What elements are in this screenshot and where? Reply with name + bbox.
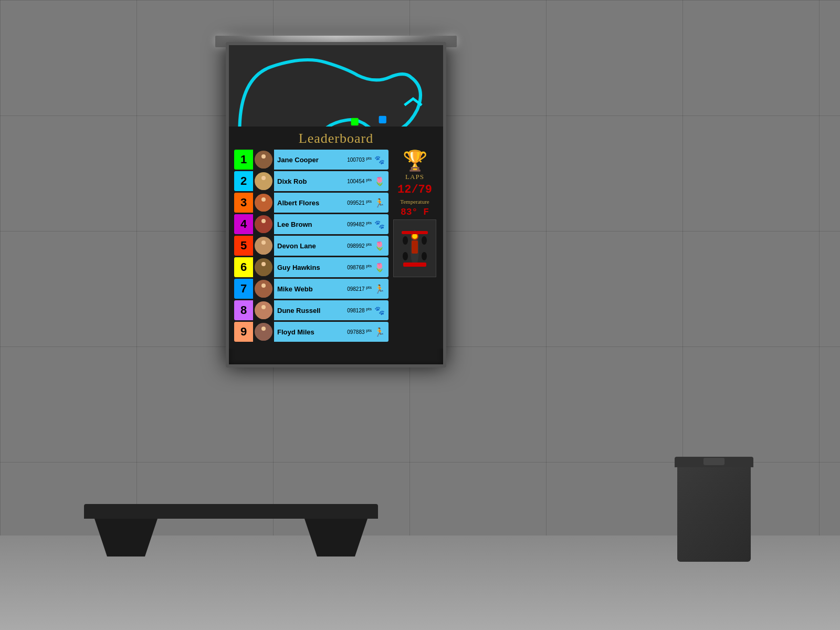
leaderboard-section: Leaderboard 1 Jane Cooper 100703 pts 🐾 2 <box>229 127 443 349</box>
driver-row-6: 6 Guy Hawkins 098768 pts 🌷 <box>234 257 388 277</box>
bench-leg-left <box>94 519 158 556</box>
svg-point-13 <box>261 176 266 180</box>
laps-label: LAPS <box>405 173 424 181</box>
driver-icon-1: 🐾 <box>374 155 385 165</box>
svg-point-41 <box>261 327 266 331</box>
driver-name-4: Lee Brown <box>277 220 347 228</box>
driver-info-4: Lee Brown 099482 pts 🐾 <box>274 214 388 234</box>
driver-pts-5: 098992 pts <box>347 242 372 249</box>
driver-icon-4: 🐾 <box>374 219 385 229</box>
driver-pts-2: 100454 pts <box>347 177 372 184</box>
pos-badge-7: 7 <box>234 279 253 299</box>
display-frame: Leaderboard 1 Jane Cooper 100703 pts 🐾 2 <box>226 42 446 368</box>
driver-name-7: Mike Webb <box>277 285 347 293</box>
svg-point-30 <box>258 269 269 276</box>
track-svg <box>229 45 443 127</box>
driver-icon-8: 🐾 <box>374 306 385 316</box>
driver-name-9: Floyd Miles <box>277 328 347 336</box>
bench <box>84 504 378 556</box>
pos-badge-9: 9 <box>234 322 253 342</box>
drivers-list: 1 Jane Cooper 100703 pts 🐾 2 <box>234 150 388 343</box>
driver-avatar-4 <box>255 215 272 233</box>
track-section <box>229 45 443 127</box>
driver-icon-9: 🏃 <box>374 327 385 337</box>
driver-avatar-5 <box>255 237 272 255</box>
driver-pts-4: 099482 pts <box>347 220 372 227</box>
driver-info-8: Dune Russell 098128 pts 🐾 <box>274 300 388 320</box>
trash-handle <box>704 458 724 465</box>
bench-seat <box>84 504 378 519</box>
svg-point-14 <box>258 183 269 190</box>
driver-row-4: 4 Lee Brown 099482 pts 🐾 <box>234 214 388 234</box>
driver-pts-6: 098768 pts <box>347 264 372 270</box>
pos-badge-2: 2 <box>234 171 253 191</box>
car-image <box>393 219 436 277</box>
driver-info-7: Mike Webb 098217 pts 🏃 <box>274 279 388 299</box>
svg-point-42 <box>258 333 269 341</box>
driver-name-6: Guy Hawkins <box>277 264 347 271</box>
driver-icon-3: 🏃 <box>374 198 385 208</box>
svg-point-45 <box>412 234 417 239</box>
svg-rect-46 <box>402 231 428 234</box>
pos-badge-4: 4 <box>234 214 253 234</box>
driver-avatar-7 <box>255 280 272 298</box>
driver-icon-5: 🌷 <box>374 241 385 251</box>
driver-avatar-3 <box>255 194 272 212</box>
driver-info-5: Devon Lane 098992 pts 🌷 <box>274 236 388 256</box>
pos-badge-3: 3 <box>234 193 253 213</box>
driver-info-1: Jane Cooper 100703 pts 🐾 <box>274 150 388 170</box>
svg-rect-6 <box>379 116 386 123</box>
driver-info-3: Albert Flores 099521 pts 🏃 <box>274 193 388 213</box>
driver-icon-7: 🏃 <box>374 284 385 294</box>
driver-icon-2: 🌷 <box>374 176 385 186</box>
driver-avatar-9 <box>255 323 272 341</box>
pos-badge-8: 8 <box>234 300 253 320</box>
leaderboard-grid: 1 Jane Cooper 100703 pts 🐾 2 <box>234 150 438 343</box>
driver-avatar-6 <box>255 258 272 276</box>
laps-value: 12/79 <box>397 183 432 196</box>
temp-value: 83° F <box>401 207 429 217</box>
driver-avatar-2 <box>255 172 272 190</box>
driver-pts-7: 098217 pts <box>347 285 372 292</box>
pos-badge-1: 1 <box>234 150 253 170</box>
driver-info-2: Dixk Rob 100454 pts 🌷 <box>274 171 388 191</box>
driver-pts-8: 098128 pts <box>347 307 372 313</box>
trash-body <box>677 467 751 562</box>
svg-point-21 <box>261 219 266 223</box>
driver-row-3: 3 Albert Flores 099521 pts 🏃 <box>234 193 388 213</box>
svg-point-50 <box>403 252 408 260</box>
svg-point-51 <box>422 252 427 260</box>
svg-point-29 <box>261 262 266 266</box>
driver-row-9: 9 Floyd Miles 097883 pts 🏃 <box>234 322 388 342</box>
svg-rect-52 <box>412 240 418 254</box>
driver-row-7: 7 Mike Webb 098217 pts 🏃 <box>234 279 388 299</box>
svg-point-48 <box>403 236 408 245</box>
trophy-icon: 🏆 <box>403 151 427 171</box>
svg-point-18 <box>258 204 269 212</box>
driver-icon-6: 🌷 <box>374 262 385 272</box>
driver-name-1: Jane Cooper <box>277 156 347 164</box>
driver-pts-9: 097883 pts <box>347 328 372 335</box>
driver-name-3: Albert Flores <box>277 199 347 207</box>
pos-badge-5: 5 <box>234 236 253 256</box>
driver-avatar-8 <box>255 301 272 319</box>
svg-point-33 <box>261 284 266 288</box>
driver-name-2: Dixk Rob <box>277 177 347 185</box>
driver-row-8: 8 Dune Russell 098128 pts 🐾 <box>234 300 388 320</box>
svg-point-26 <box>258 247 269 255</box>
svg-point-17 <box>261 197 266 202</box>
driver-info-9: Floyd Miles 097883 pts 🏃 <box>274 322 388 342</box>
driver-pts-1: 100703 pts <box>347 156 372 163</box>
trash-lid <box>675 457 753 467</box>
svg-point-10 <box>258 161 269 169</box>
temp-label: Temperature <box>400 198 429 205</box>
svg-rect-47 <box>403 262 426 267</box>
driver-name-8: Dune Russell <box>277 307 347 314</box>
trash-can <box>677 457 751 562</box>
pos-badge-6: 6 <box>234 257 253 277</box>
svg-point-34 <box>258 290 269 298</box>
driver-row-5: 5 Devon Lane 098992 pts 🌷 <box>234 236 388 256</box>
svg-point-22 <box>258 226 269 233</box>
right-panel: 🏆 LAPS 12/79 Temperature 83° F <box>392 150 438 343</box>
svg-point-49 <box>422 236 427 245</box>
